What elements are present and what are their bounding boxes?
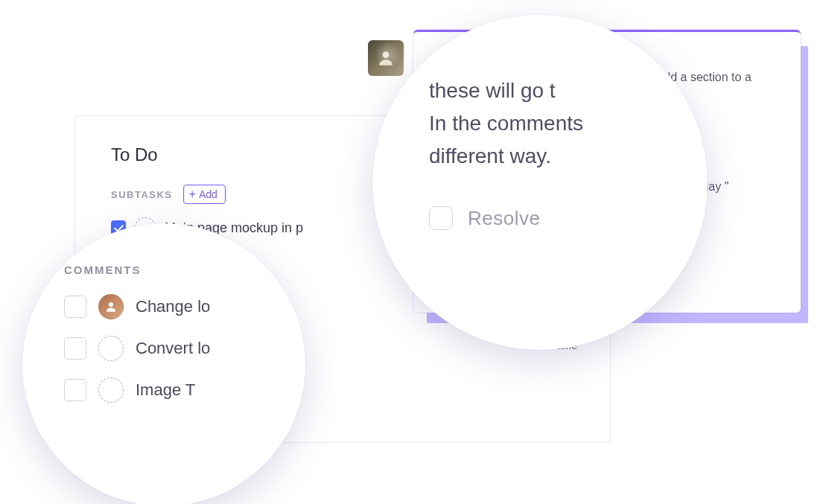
comments-heading: COMMENTS	[64, 264, 280, 276]
assignee-placeholder-icon[interactable]	[98, 377, 124, 403]
assignee-placeholder-icon[interactable]	[98, 336, 124, 361]
spotlight-text: In the comments	[429, 109, 673, 138]
list-item[interactable]: Convert lo	[64, 336, 280, 361]
checkbox-icon[interactable]	[64, 379, 86, 401]
person-icon	[104, 300, 118, 313]
checkbox-icon[interactable]	[64, 296, 86, 318]
avatar	[368, 40, 404, 76]
checkbox-icon[interactable]	[64, 337, 86, 360]
item-text: Change lo	[136, 297, 210, 316]
resolve-label: Resolve	[468, 207, 540, 230]
resolve-row[interactable]: Resolve	[429, 206, 673, 230]
list-item[interactable]: Change lo	[64, 294, 280, 319]
list-item[interactable]: Image T	[64, 377, 280, 403]
item-text: Image T	[136, 380, 195, 400]
subtasks-label: SUBTASKS	[111, 189, 173, 200]
add-label: Add	[199, 188, 217, 200]
resolve-spotlight: these will go t In the comments differen…	[372, 15, 708, 350]
resolve-checkbox[interactable]	[429, 206, 453, 230]
person-icon	[376, 48, 395, 68]
item-text: Convert lo	[136, 339, 210, 358]
spotlight-text: these will go t	[429, 76, 673, 106]
spotlight-text: different way.	[429, 141, 673, 171]
svg-point-1	[109, 302, 113, 307]
avatar	[98, 294, 124, 319]
svg-point-0	[383, 51, 390, 58]
comments-spotlight: COMMENTS Change lo Convert lo Image T	[22, 223, 305, 504]
add-subtask-button[interactable]: Add	[183, 185, 226, 204]
